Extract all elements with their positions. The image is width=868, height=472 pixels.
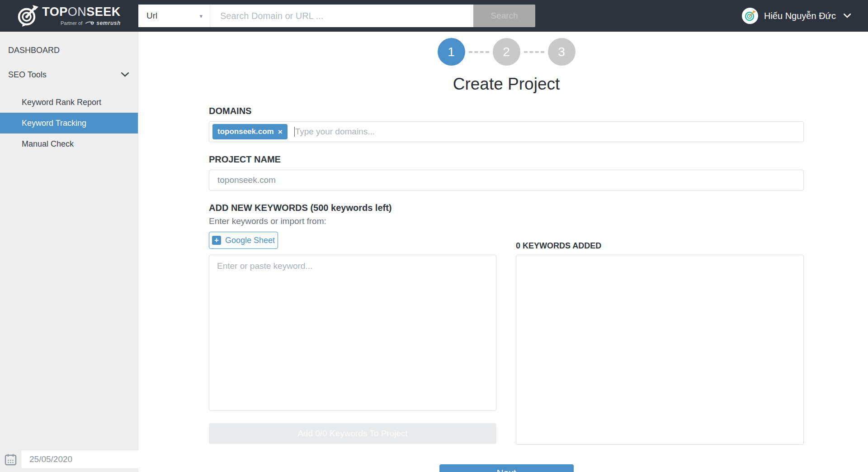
chevron-down-icon: [121, 72, 129, 77]
chevron-down-icon: [844, 14, 851, 18]
google-sheet-button[interactable]: + Google Sheet: [209, 232, 278, 249]
sidebar-item-keyword-rank-report[interactable]: Keyword Rank Report: [0, 92, 138, 113]
avatar: [742, 8, 758, 24]
domains-placeholder: Type your domains...: [295, 127, 375, 137]
search-input[interactable]: [210, 5, 473, 27]
target-logo-icon: [18, 4, 38, 28]
wizard-stepper: 1 2 3: [209, 38, 804, 66]
keywords-section: + Google Sheet Add 0/0 Keywords To Proje…: [209, 232, 804, 445]
calendar-icon: [5, 453, 17, 466]
text-caret: [294, 127, 295, 137]
add-keywords-button[interactable]: Add 0/0 Keywords To Project: [209, 423, 496, 444]
project-name-label: PROJECT NAME: [209, 154, 804, 165]
wizard-step-2[interactable]: 2: [493, 38, 520, 66]
domain-tag-label: toponseek.com: [217, 127, 274, 136]
add-keywords-label: ADD NEW KEYWORDS (500 keywords left): [209, 203, 804, 213]
user-menu[interactable]: Hiếu Nguyễn Đức: [742, 8, 851, 24]
sidebar-item-label: SEO Tools: [8, 70, 47, 80]
partner-of-text: Partner of: [61, 20, 82, 26]
keywords-textarea[interactable]: [209, 255, 496, 411]
sidebar-item-label: Manual Check: [22, 139, 74, 149]
user-name: Hiếu Nguyễn Đức: [764, 11, 836, 21]
domains-input[interactable]: toponseek.com × Type your domains...: [209, 121, 804, 142]
sidebar-item-seo-tools[interactable]: SEO Tools: [0, 62, 138, 87]
wizard-step-1[interactable]: 1: [438, 38, 465, 66]
select-caret-icon: ▾: [199, 13, 203, 19]
sidebar-item-dashboard[interactable]: DASHBOARD: [0, 38, 138, 62]
sidebar-item-label: Keyword Tracking: [22, 119, 86, 128]
remove-domain-icon[interactable]: ×: [278, 128, 283, 136]
keywords-hint: Enter keywords or import from:: [209, 216, 804, 226]
next-button[interactable]: Next: [439, 464, 574, 472]
semrush-icon: [85, 21, 95, 25]
main-content: 1 2 3 Create Project DOMAINS toponseek.c…: [138, 32, 868, 472]
step-connector: [469, 51, 489, 53]
search-type-select[interactable]: Url ▾: [138, 5, 210, 27]
sidebar-item-label: DASHBOARD: [8, 46, 60, 55]
wizard-step-3[interactable]: 3: [548, 38, 576, 66]
step-connector: [524, 51, 544, 53]
date-input[interactable]: [21, 450, 149, 469]
search-button[interactable]: Search: [473, 5, 535, 27]
search-type-value: Url: [146, 11, 157, 21]
brand-logo[interactable]: TOPONSEEK Partner of semrush: [0, 4, 138, 28]
sidebar-spacer: [0, 87, 138, 92]
date-picker-row: [0, 450, 138, 472]
google-sheet-label: Google Sheet: [225, 236, 275, 245]
sidebar-item-label: Keyword Rank Report: [22, 98, 101, 107]
domain-search-bar: Url ▾ Search: [138, 5, 535, 27]
top-header: TOPONSEEK Partner of semrush Url: [0, 0, 868, 32]
sheet-icon: +: [212, 236, 221, 245]
domains-label: DOMAINS: [209, 106, 804, 116]
semrush-wordmark: semrush: [96, 20, 121, 26]
sidebar-item-keyword-tracking[interactable]: Keyword Tracking: [0, 113, 138, 133]
sidebar: DASHBOARD SEO Tools Keyword Rank Report …: [0, 32, 138, 472]
project-name-input[interactable]: [209, 170, 804, 191]
keywords-added-panel: [516, 255, 804, 445]
sidebar-item-manual-check[interactable]: Manual Check: [0, 133, 138, 154]
brand-name: TOPONSEEK: [42, 6, 121, 18]
keywords-added-label: 0 KEYWORDS ADDED: [516, 241, 804, 251]
domain-tag: toponseek.com ×: [212, 124, 288, 139]
page-title: Create Project: [209, 75, 804, 94]
